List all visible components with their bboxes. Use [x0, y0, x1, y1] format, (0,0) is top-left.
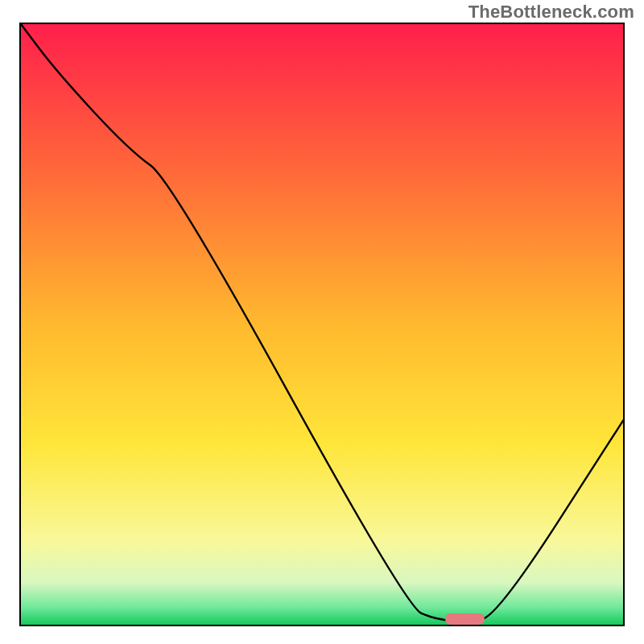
- plot-area: [19, 23, 625, 626]
- plot-svg: [21, 24, 623, 625]
- optimal-range-marker: [445, 613, 485, 625]
- chart-frame: TheBottleneck.com: [0, 0, 644, 644]
- gradient-background: [21, 24, 623, 625]
- watermark-text: TheBottleneck.com: [469, 2, 634, 23]
